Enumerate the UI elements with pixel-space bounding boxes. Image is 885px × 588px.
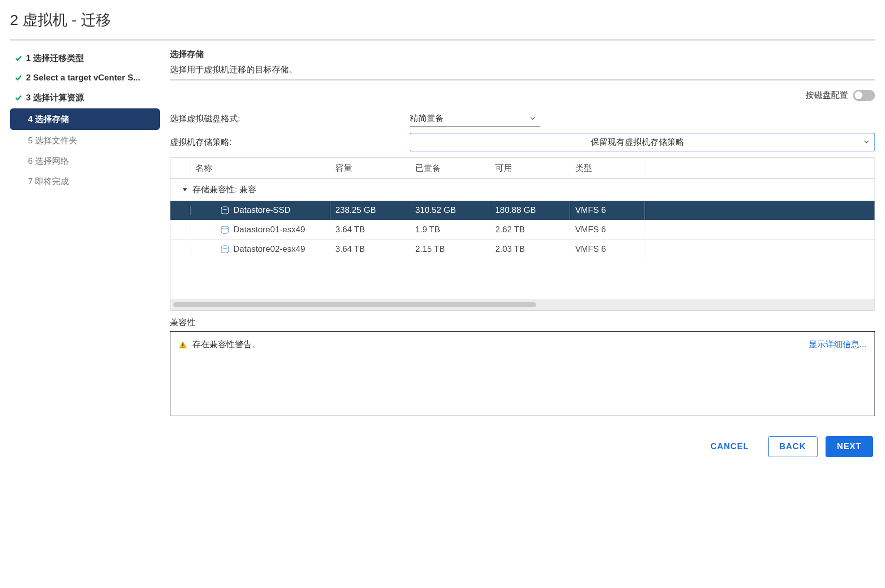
step-label: 6 选择网络: [28, 155, 69, 167]
chevron-down-icon: [864, 139, 870, 145]
step-1[interactable]: 1 选择迁移类型: [10, 48, 160, 68]
svg-point-2: [221, 246, 228, 248]
step-label: 5 选择文件夹: [28, 135, 77, 146]
table-row[interactable]: Datastore-SSD 238.25 GB 310.52 GB 180.88…: [170, 201, 875, 220]
cell-type: VMFS 6: [570, 220, 645, 239]
divider: [170, 79, 875, 80]
step-label: 2 Select a target vCenter S...: [26, 73, 140, 83]
cell-name: Datastore02-esx49: [233, 244, 305, 254]
cell-capacity: 3.64 TB: [330, 220, 410, 239]
step-7: 7 即将完成: [10, 172, 160, 191]
table-header: 名称 容量 已置备 可用 类型: [170, 158, 875, 179]
wizard-steps: 1 选择迁移类型 2 Select a target vCenter S... …: [10, 48, 160, 457]
dialog-title: 2 虚拟机 - 迁移: [10, 10, 875, 30]
datastore-table: 名称 容量 已置备 可用 类型 存储兼容性: 兼容 Datastore-SSD …: [170, 157, 875, 311]
cell-type: VMFS 6: [570, 240, 645, 259]
triangle-down-icon: [182, 187, 187, 192]
svg-point-1: [221, 226, 228, 229]
svg-point-0: [221, 207, 228, 209]
per-disk-toggle[interactable]: [853, 90, 875, 101]
cell-free: 2.03 TB: [490, 240, 570, 259]
check-icon: [15, 74, 22, 81]
cell-name: Datastore01-esx49: [233, 225, 305, 235]
per-disk-toggle-label: 按磁盘配置: [806, 89, 848, 101]
check-icon: [15, 55, 22, 62]
svg-rect-4: [182, 347, 183, 348]
step-label: 1 选择迁移类型: [26, 52, 84, 64]
disk-format-label: 选择虚拟磁盘格式:: [170, 113, 410, 124]
cell-free: 2.62 TB: [490, 220, 570, 239]
datastore-icon: [220, 245, 229, 253]
cell-provisioned: 2.15 TB: [410, 240, 490, 259]
section-title: 选择存储: [170, 48, 875, 60]
cancel-button[interactable]: CANCEL: [700, 437, 760, 457]
compatibility-heading: 兼容性: [170, 317, 875, 328]
step-2[interactable]: 2 Select a target vCenter S...: [10, 69, 160, 87]
table-row[interactable]: Datastore01-esx49 3.64 TB 1.9 TB 2.62 TB…: [170, 220, 875, 240]
datastore-icon: [220, 206, 229, 214]
step-label: 3 选择计算资源: [26, 92, 84, 103]
section-desc: 选择用于虚拟机迁移的目标存储。: [170, 64, 875, 75]
step-5: 5 选择文件夹: [10, 131, 160, 150]
th-type[interactable]: 类型: [570, 158, 645, 178]
next-button[interactable]: NEXT: [826, 436, 873, 457]
compatibility-box: 存在兼容性警告。 显示详细信息...: [170, 331, 875, 416]
cell-type: VMFS 6: [570, 201, 645, 220]
th-free[interactable]: 可用: [490, 158, 570, 178]
cell-free: 180.88 GB: [490, 201, 570, 220]
svg-rect-3: [182, 343, 183, 346]
compatibility-warning-text: 存在兼容性警告。: [192, 339, 260, 350]
step-6: 6 选择网络: [10, 151, 160, 171]
th-provisioned[interactable]: 已置备: [410, 158, 490, 178]
divider: [10, 39, 875, 40]
horizontal-scrollbar[interactable]: [170, 299, 875, 310]
storage-policy-label: 虚拟机存储策略:: [170, 136, 410, 148]
storage-policy-value: 保留现有虚拟机存储策略: [591, 137, 684, 147]
show-details-link[interactable]: 显示详细信息...: [809, 339, 867, 350]
table-row[interactable]: Datastore02-esx49 3.64 TB 2.15 TB 2.03 T…: [170, 240, 875, 259]
scrollbar-thumb-icon: [173, 302, 536, 307]
chevron-down-icon: [530, 115, 536, 121]
cell-provisioned: 1.9 TB: [410, 220, 490, 239]
table-group-row[interactable]: 存储兼容性: 兼容: [170, 179, 875, 201]
th-capacity[interactable]: 容量: [330, 158, 410, 178]
cell-name: Datastore-SSD: [233, 205, 290, 215]
cell-provisioned: 310.52 GB: [410, 201, 490, 220]
step-label: 7 即将完成: [28, 176, 69, 187]
step-label: 4 选择存储: [28, 113, 69, 125]
disk-format-select[interactable]: 精简置备: [410, 110, 540, 127]
toggle-knob-icon: [855, 91, 863, 99]
table-group-label: 存储兼容性: 兼容: [192, 184, 256, 195]
datastore-icon: [220, 226, 229, 234]
cell-capacity: 238.25 GB: [330, 201, 410, 220]
check-icon: [15, 94, 22, 101]
warning-icon: [178, 340, 187, 349]
step-3[interactable]: 3 选择计算资源: [10, 88, 160, 107]
th-name[interactable]: 名称: [190, 158, 330, 178]
back-button[interactable]: BACK: [768, 436, 818, 457]
storage-policy-select[interactable]: 保留现有虚拟机存储策略: [410, 133, 875, 151]
step-4[interactable]: 4 选择存储: [10, 108, 160, 130]
disk-format-value: 精简置备: [410, 112, 444, 124]
cell-capacity: 3.64 TB: [330, 240, 410, 259]
